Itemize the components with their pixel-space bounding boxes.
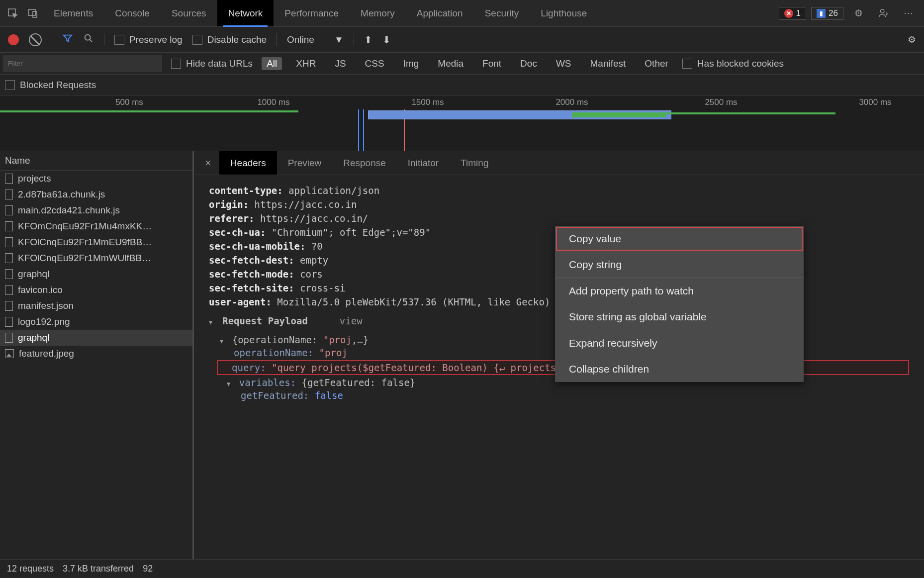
name-column-header[interactable]: Name <box>0 151 192 171</box>
filter-input[interactable] <box>3 55 162 72</box>
upload-icon[interactable]: ⬆ <box>364 34 372 46</box>
ctx-store-global[interactable]: Store string as global variable <box>555 304 804 330</box>
status-transferred: 3.7 kB transferred <box>63 564 134 574</box>
blocked-requests-checkbox[interactable]: Blocked Requests <box>5 80 96 91</box>
warning-badge[interactable]: ▮26 <box>811 7 843 20</box>
ctx-copy-value[interactable]: Copy value <box>555 226 804 252</box>
detail-tab-response[interactable]: Response <box>332 151 397 175</box>
network-settings-gear-icon[interactable]: ⚙ <box>908 34 916 45</box>
header-row[interactable]: origin: https://jacc.co.in <box>209 199 909 210</box>
tab-console[interactable]: Console <box>104 0 161 26</box>
type-font[interactable]: Font <box>477 57 506 70</box>
header-key: content-type: <box>209 185 283 196</box>
file-icon <box>5 190 13 199</box>
svg-rect-1 <box>28 9 35 15</box>
getfeatured-value: false <box>315 390 343 401</box>
ctx-copy-string[interactable]: Copy string <box>555 252 804 278</box>
account-icon[interactable] <box>873 3 893 23</box>
request-row[interactable]: favicon.ico <box>0 282 192 298</box>
header-row[interactable]: referer: https://jacc.co.in/ <box>209 213 909 224</box>
payload-getfeatured[interactable]: getFeatured: false <box>220 390 909 401</box>
header-key: user-agent: <box>209 296 272 307</box>
tab-elements[interactable]: Elements <box>43 0 104 26</box>
clear-icon[interactable] <box>29 33 42 46</box>
tab-lighthouse[interactable]: Lighthouse <box>530 0 598 26</box>
status-requests: 12 requests <box>7 564 54 574</box>
search-icon[interactable] <box>83 33 94 46</box>
timeline-overview[interactable]: 500 ms 1000 ms 1500 ms 2000 ms 2500 ms 3… <box>0 96 924 151</box>
ctx-collapse-children[interactable]: Collapse children <box>555 356 804 382</box>
detail-tab-preview[interactable]: Preview <box>277 151 333 175</box>
throttling-select[interactable]: Online ▼ <box>287 34 344 45</box>
caret-down-icon <box>209 315 215 326</box>
type-img[interactable]: Img <box>398 57 424 70</box>
request-row[interactable]: graphql <box>0 330 192 346</box>
inspect-icon[interactable] <box>3 3 23 23</box>
filter-toggle-icon[interactable] <box>62 33 73 47</box>
request-row[interactable]: logo192.png <box>0 314 192 330</box>
view-source-link[interactable]: view <box>340 315 363 326</box>
hide-data-urls-checkbox[interactable]: Hide data URLs <box>171 58 253 69</box>
type-all[interactable]: All <box>262 57 282 70</box>
tab-security[interactable]: Security <box>474 0 530 26</box>
hide-data-urls-label: Hide data URLs <box>186 58 253 69</box>
record-button[interactable] <box>8 34 19 45</box>
file-icon <box>5 237 13 247</box>
device-toggle-icon[interactable] <box>23 3 43 23</box>
request-row[interactable]: projects <box>0 171 192 187</box>
tab-sources[interactable]: Sources <box>161 0 217 26</box>
detail-tab-timing[interactable]: Timing <box>450 151 499 175</box>
request-row[interactable]: featured.jpeg <box>0 346 192 362</box>
type-doc[interactable]: Doc <box>515 57 542 70</box>
caret-down-icon <box>220 334 226 345</box>
gear-icon[interactable]: ⚙ <box>848 3 868 23</box>
close-icon[interactable]: × <box>197 157 219 170</box>
tab-application[interactable]: Application <box>406 0 474 26</box>
warning-count: 26 <box>829 8 838 18</box>
request-name: main.d2cda421.chunk.js <box>18 205 120 216</box>
type-manifest[interactable]: Manifest <box>585 57 631 70</box>
type-css[interactable]: CSS <box>360 57 389 70</box>
detail-tabs: × Headers Preview Response Initiator Tim… <box>194 151 924 175</box>
disable-cache-checkbox[interactable]: Disable cache <box>192 34 267 45</box>
error-badge[interactable]: ✕1 <box>779 7 806 20</box>
payload-summary-suffix: ,…} <box>352 334 369 345</box>
ctx-add-watch[interactable]: Add property path to watch <box>555 278 804 304</box>
tab-memory[interactable]: Memory <box>350 0 406 26</box>
type-js[interactable]: JS <box>330 57 351 70</box>
request-row[interactable]: KFOlCnqEu92Fr1MmEU9fBB… <box>0 234 192 250</box>
request-name: favicon.ico <box>18 285 63 295</box>
getfeatured-key: getFeatured: <box>241 390 309 401</box>
type-media[interactable]: Media <box>433 57 468 70</box>
type-other[interactable]: Other <box>640 57 673 70</box>
tab-network[interactable]: Network <box>217 0 274 26</box>
file-icon <box>5 317 13 327</box>
timeline-tick: 1500 ms <box>411 97 444 107</box>
request-row[interactable]: 2.d87ba61a.chunk.js <box>0 187 192 202</box>
request-name: KFOlCnqEu92Fr1MmEU9fBB… <box>18 237 152 248</box>
request-detail-pane: × Headers Preview Response Initiator Tim… <box>194 151 924 559</box>
request-row[interactable]: manifest.json <box>0 298 192 314</box>
header-key: sec-fetch-dest: <box>209 255 294 266</box>
request-name: 2.d87ba61a.chunk.js <box>18 189 105 200</box>
more-icon[interactable]: ⋯ <box>898 3 918 23</box>
request-row[interactable]: main.d2cda421.chunk.js <box>0 202 192 218</box>
request-row[interactable]: KFOmCnqEu92Fr1Mu4mxKK… <box>0 218 192 234</box>
preserve-log-checkbox[interactable]: Preserve log <box>114 34 183 45</box>
type-xhr[interactable]: XHR <box>291 57 321 70</box>
header-row[interactable]: content-type: application/json <box>209 185 909 196</box>
request-row[interactable]: KFOlCnqEu92Fr1MmWUlfBB… <box>0 250 192 266</box>
request-row[interactable]: graphql <box>0 266 192 282</box>
download-icon[interactable]: ⬇ <box>382 34 391 46</box>
detail-tab-initiator[interactable]: Initiator <box>397 151 450 175</box>
has-blocked-cookies-checkbox[interactable]: Has blocked cookies <box>682 58 784 69</box>
request-name: KFOlCnqEu92Fr1MmWUlfBB… <box>18 253 151 264</box>
svg-rect-2 <box>33 11 37 17</box>
detail-tab-headers[interactable]: Headers <box>219 151 277 175</box>
tab-performance[interactable]: Performance <box>274 0 350 26</box>
request-name: logo192.png <box>18 316 70 327</box>
type-ws[interactable]: WS <box>551 57 576 70</box>
ctx-expand-recursively[interactable]: Expand recursively <box>555 330 804 356</box>
header-value: Mozilla/5.0 pleWebKit/537.36 (KHTML, lik… <box>272 296 601 307</box>
variables-key: variables: <box>239 377 296 388</box>
